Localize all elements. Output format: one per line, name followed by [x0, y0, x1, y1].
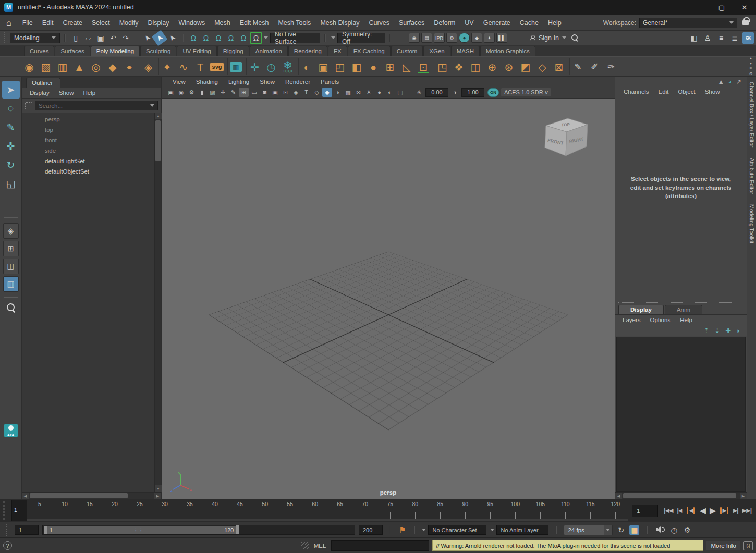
outliner-menu-item[interactable]: Show: [55, 89, 78, 97]
paint-select-tool[interactable]: ✎: [2, 118, 20, 136]
maximize-button[interactable]: ▢: [710, 0, 733, 15]
menu-item[interactable]: File: [18, 17, 38, 29]
select-camera-icon[interactable]: ▣: [166, 88, 176, 97]
view-transform-label[interactable]: ACES 1.0 SDR-v: [501, 88, 551, 96]
workspace-select[interactable]: General*: [639, 18, 737, 28]
viewport-menu-item[interactable]: View: [168, 78, 190, 86]
drag-grip[interactable]: [3, 501, 10, 520]
hypershade-icon[interactable]: ◆: [471, 33, 482, 43]
symmetry-caret[interactable]: [330, 35, 336, 40]
lasso-select-tool[interactable]: ◌: [2, 100, 20, 117]
lock-camera-icon[interactable]: ◉: [176, 88, 186, 97]
triangulate-icon[interactable]: ◺: [398, 58, 415, 75]
shelf-tab[interactable]: Custom: [391, 46, 423, 56]
sidebar-vertical-tab[interactable]: Modeling Toolkit: [749, 199, 755, 249]
filter-icon[interactable]: [25, 102, 32, 109]
tripod-locator-icon[interactable]: ✛: [246, 58, 263, 75]
menu-set-select[interactable]: Modeling: [10, 33, 60, 43]
create-layer-from-selected-icon[interactable]: ◗: [736, 327, 740, 335]
speed-state-icon[interactable]: ◕: [728, 78, 732, 85]
pause-viewport-icon[interactable]: ▌▌: [496, 33, 507, 43]
outliner-menu-item[interactable]: Help: [80, 89, 100, 97]
scale-tool[interactable]: ◱: [2, 175, 20, 192]
multisample-icon[interactable]: ◐: [385, 88, 395, 97]
project-curve-icon[interactable]: ◩: [517, 58, 534, 75]
scroll-down-button[interactable]: ▼: [155, 485, 162, 492]
layer-editor-menu-item[interactable]: Help: [676, 316, 697, 324]
smooth-shade-icon[interactable]: ◆: [322, 88, 332, 97]
auto-key-icon[interactable]: ▦: [629, 525, 639, 535]
sidebar-vertical-tab[interactable]: Attribute Editor: [749, 153, 755, 199]
range-slider-track[interactable]: 1 ⋮⋮ 120: [42, 525, 355, 535]
poly-sphere-icon[interactable]: ◉: [21, 58, 38, 75]
outliner-menu-item[interactable]: Display: [26, 89, 53, 97]
grid-toggle-icon[interactable]: ⊞: [239, 88, 249, 97]
sign-in-button[interactable]: Sign In: [528, 33, 568, 43]
shelf-tab[interactable]: Poly Modeling: [91, 46, 140, 56]
grease-pencil-icon[interactable]: ✎: [228, 88, 238, 97]
scroll-thumb[interactable]: [30, 493, 128, 498]
poly-helix-icon[interactable]: ∿: [175, 58, 192, 75]
menu-item[interactable]: Create: [58, 17, 87, 29]
time-slider[interactable]: 5101520253035404550556065707580859095100…: [27, 500, 628, 521]
shelf-tab[interactable]: XGen: [423, 46, 450, 56]
save-scene-icon[interactable]: ▣: [95, 32, 106, 44]
connect-icon[interactable]: ✑: [603, 58, 619, 75]
mel-label[interactable]: MEL: [312, 542, 328, 550]
chevron-down-icon[interactable]: [150, 104, 154, 107]
panel-divider[interactable]: [618, 302, 743, 303]
fps-select[interactable]: 24 fps: [564, 525, 613, 535]
viewport-menu-item[interactable]: Panels: [316, 78, 344, 86]
camera-attributes-icon[interactable]: ⚙: [187, 88, 197, 97]
view-cube[interactable]: TOP FRONT RIGHT: [540, 113, 592, 163]
layer-editor-menu-item[interactable]: Layers: [618, 316, 645, 324]
exposure-icon[interactable]: ✳: [414, 88, 424, 97]
color-management-toggle[interactable]: ON: [487, 88, 499, 97]
layer-editor-menu-item[interactable]: Options: [646, 316, 675, 324]
isolate-select-icon[interactable]: ▢: [395, 88, 405, 97]
new-scene-icon[interactable]: ▯: [70, 32, 81, 44]
combine-icon[interactable]: ▣: [315, 58, 332, 75]
menu-item[interactable]: Surfaces: [394, 17, 429, 29]
shadows-icon[interactable]: ⊠: [353, 88, 363, 97]
animation-end-field[interactable]: 200: [359, 525, 383, 535]
snap-to-projected-center-icon[interactable]: Ω: [225, 32, 237, 44]
go-to-start-button[interactable]: |◀◀: [662, 506, 674, 515]
shelf-tab[interactable]: MASH: [451, 46, 480, 56]
character-set-field[interactable]: No Character Set: [428, 525, 486, 535]
list-item[interactable]: defaultLightSet: [22, 156, 154, 166]
shelf-menu-icon[interactable]: ≡: [750, 67, 752, 71]
channel-stats-icon[interactable]: ▲: [718, 78, 724, 85]
shelf-tab[interactable]: FX: [328, 46, 347, 56]
textured-icon[interactable]: ◑: [333, 88, 343, 97]
viewport-menu-item[interactable]: Renderer: [281, 78, 315, 86]
magnifier-icon[interactable]: [5, 301, 17, 312]
boolean-icon[interactable]: ◐: [298, 58, 315, 75]
drag-grip[interactable]: [4, 32, 7, 44]
animation-preferences-icon[interactable]: ⚙: [682, 525, 692, 535]
subdivide-icon[interactable]: ⊞: [382, 58, 398, 75]
light-editor-icon[interactable]: ✦: [484, 33, 495, 43]
layer-editor-tab[interactable]: Display: [618, 305, 664, 314]
outliner-tab[interactable]: Outliner: [26, 78, 60, 88]
step-forward-key-button[interactable]: ▶|: [718, 506, 730, 515]
bookmark-icon[interactable]: ⚑: [398, 525, 407, 535]
menu-item[interactable]: Deform: [429, 17, 460, 29]
viewport-canvas[interactable]: TOP FRONT RIGHT y x z persp: [162, 99, 615, 499]
close-button[interactable]: ✕: [733, 0, 756, 15]
playback-loop-icon[interactable]: ↻: [616, 525, 626, 535]
scroll-thumb[interactable]: [155, 120, 161, 161]
select-component-icon[interactable]: ➤: [164, 30, 180, 46]
safe-title-icon[interactable]: T: [301, 88, 311, 97]
occlusion-icon[interactable]: ☀: [364, 88, 374, 97]
scroll-track[interactable]: [155, 119, 161, 485]
shelf-tab[interactable]: Animation: [250, 46, 288, 56]
playback-range[interactable]: 1 ⋮⋮ 120: [44, 526, 239, 534]
character-set-caret[interactable]: [422, 529, 426, 531]
menu-item[interactable]: Mesh Tools: [273, 17, 315, 29]
field-chart-icon[interactable]: ⊡: [281, 88, 290, 97]
multi-cut-icon[interactable]: ✐: [586, 58, 603, 75]
gate-mask-icon[interactable]: ▣: [270, 88, 280, 97]
graph-icon[interactable]: ↗: [736, 78, 741, 85]
quad-fill-icon[interactable]: ◇: [534, 58, 551, 75]
